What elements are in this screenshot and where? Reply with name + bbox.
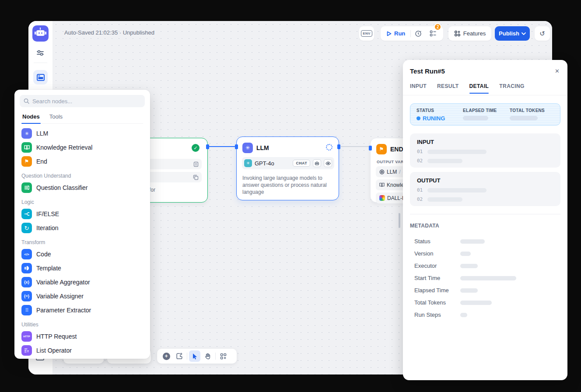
tab-tracing[interactable]: TRACING (499, 83, 524, 94)
status-value: RUNING (423, 115, 445, 122)
skeleton-bar (427, 150, 486, 154)
gpt4o-icon: ✳ (244, 159, 252, 167)
skeleton-bar (427, 188, 486, 192)
hand-mode-button[interactable] (202, 350, 214, 362)
tab-input[interactable]: INPUT (410, 83, 427, 94)
section-logic: Logic (18, 195, 147, 207)
stopwatch-icon (415, 30, 422, 37)
node-item-http-request[interactable]: HTTP HTTP Request (18, 329, 147, 343)
start-output-handle[interactable] (206, 144, 209, 149)
app-robot-icon[interactable] (32, 25, 49, 42)
auto-layout-button[interactable] (217, 350, 229, 362)
model-name: GPT-4o (255, 160, 290, 167)
run-button-group: Run 2 (381, 26, 443, 41)
document-icon (193, 161, 199, 167)
book-icon (21, 142, 32, 153)
skeleton-bar (460, 276, 516, 280)
meta-start-time-label: Start Time (414, 275, 460, 281)
llm-outline-icon (379, 169, 385, 175)
node-item-parameter-extractor[interactable]: ⠿ Parameter Extractor (18, 303, 147, 317)
http-icon: HTTP (21, 331, 32, 342)
node-item-list-operator[interactable]: List Operator (18, 343, 147, 357)
skeleton-bar (427, 197, 462, 202)
meta-total-tokens-label: Total Tokens (414, 299, 460, 306)
features-icon (454, 30, 461, 37)
play-icon (387, 31, 392, 36)
section-question-understand: Question Understand (18, 168, 147, 181)
publish-button[interactable]: Publish (495, 26, 530, 41)
close-icon[interactable]: ✕ (555, 68, 560, 74)
features-button[interactable]: Features (448, 26, 491, 41)
flag-icon: ⚑ (21, 156, 32, 167)
version-history-button[interactable]: ↺ (535, 26, 550, 41)
llm-icon: ✳ (242, 143, 253, 153)
add-note-button[interactable] (174, 350, 185, 362)
llm-node[interactable]: ✳ LLM ✳ GPT-4o CHAT Invoking large langu… (236, 136, 339, 200)
pointer-mode-button[interactable] (189, 350, 200, 362)
tab-detail[interactable]: DETAIL (469, 83, 489, 94)
end-node-title: END (390, 146, 403, 153)
env-button[interactable]: ENV (359, 26, 374, 41)
tab-tools[interactable]: Tools (49, 112, 63, 123)
meta-run-steps-label: Run Steps (414, 312, 460, 318)
meta-status-label: Status (414, 238, 460, 245)
input-card: INPUT 01 02 (410, 133, 560, 168)
node-item-variable-assigner[interactable]: {=} Variable Assigner (18, 289, 147, 303)
node-item-knowledge-retrieval[interactable]: Knowledge Retrieval (18, 140, 147, 154)
skeleton-bar (460, 239, 485, 244)
sliders-icon[interactable] (36, 49, 45, 59)
llm-input-handle[interactable] (235, 144, 238, 149)
skeleton-bar (510, 116, 538, 120)
meta-executor-label: Executor (414, 262, 460, 269)
checklist-icon (430, 30, 437, 37)
model-selector[interactable]: ✳ GPT-4o CHAT (242, 157, 334, 169)
running-spinner-icon (326, 144, 332, 150)
meta-elapsed-time-label: Elapsed Time (414, 287, 460, 294)
node-search[interactable] (20, 95, 145, 107)
list-filter-icon (21, 345, 32, 356)
canvas-toolbar: + (157, 349, 237, 364)
skeleton-bar (460, 313, 467, 317)
loop-icon: ↻ (21, 223, 32, 233)
organize-icon (220, 353, 227, 360)
llm-output-handle[interactable] (337, 144, 340, 149)
running-dot-icon (416, 116, 420, 120)
edge-start-llm (207, 146, 238, 147)
node-item-template[interactable]: Template (18, 261, 147, 275)
node-item-iteration[interactable]: ↻ Iteration (18, 221, 147, 235)
tab-result[interactable]: RESULT (437, 83, 459, 94)
orchestrate-view-button[interactable] (33, 70, 48, 84)
node-item-question-classifier[interactable]: Question Classifier (18, 181, 147, 195)
skeleton-bar (460, 264, 478, 268)
success-check-icon: ✓ (192, 144, 200, 152)
canvas-scrollbar[interactable] (399, 213, 400, 228)
autosave-status: Auto-Saved 21:02:35 · Unpublished (64, 29, 154, 36)
status-label: STATUS (416, 108, 445, 113)
checklist-button[interactable]: 2 (426, 26, 441, 41)
test-run-panel: Test Run#5 ✕ INPUT RESULT DETAIL TRACING… (403, 60, 567, 380)
status-card: STATUS RUNING ELAPSED TIME TOTAL TOKENS (410, 103, 560, 126)
search-icon (24, 98, 29, 104)
elapsed-time-label: ELAPSED TIME (463, 108, 497, 113)
node-item-variable-aggregator[interactable]: {x} Variable Aggregator (18, 275, 147, 289)
node-item-if-else[interactable]: IF/ELSE (18, 207, 147, 221)
template-icon (21, 263, 32, 273)
skeleton-bar (460, 301, 492, 305)
skeleton-bar (460, 288, 478, 293)
vision-robot-icon (313, 159, 321, 167)
node-picker-panel: Nodes Tools ✳ LLM Knowledge Retrieval ⚑ … (14, 90, 150, 359)
node-item-code[interactable]: </> Code (18, 247, 147, 261)
output-card: OUTPUT 01 02 (410, 172, 560, 206)
panel-title: Test Run#5 (410, 67, 445, 75)
end-input-handle[interactable] (369, 146, 372, 150)
tab-nodes[interactable]: Nodes (21, 112, 41, 123)
run-history-button[interactable] (411, 26, 426, 41)
node-item-llm[interactable]: ✳ LLM (18, 126, 147, 140)
node-item-end[interactable]: ⚑ End (18, 154, 147, 168)
plus-icon: + (163, 353, 170, 360)
add-node-button[interactable]: + (161, 350, 172, 362)
run-button[interactable]: Run (381, 30, 410, 37)
search-input[interactable] (32, 98, 141, 105)
skeleton-bar (427, 159, 462, 163)
skeleton-bar (460, 252, 471, 256)
